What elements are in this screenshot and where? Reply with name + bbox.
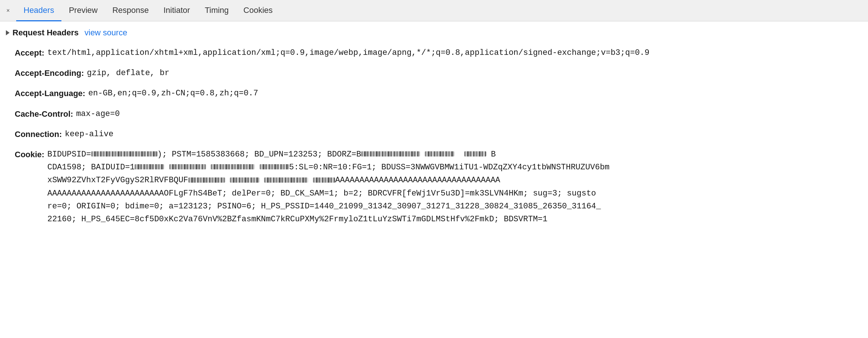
close-button[interactable]: × — [3, 6, 13, 16]
redacted-baiduid2 — [169, 164, 206, 169]
table-row: Accept: text/html,application/xhtml+xml,… — [15, 43, 856, 63]
redacted-bdorz — [361, 151, 420, 156]
tab-timing[interactable]: Timing — [198, 0, 236, 21]
table-row: Cookie: BIDUPSID=); PSTM=1585383668; BD_… — [15, 144, 856, 229]
redacted-bdorz2 — [425, 151, 454, 156]
header-value-connection: keep-alive — [65, 128, 856, 141]
tab-response[interactable]: Response — [105, 0, 156, 21]
header-name-accept-language: Accept-Language: — [15, 87, 85, 100]
redacted-bdorz3 — [464, 151, 486, 156]
devtools-panel: × Headers Preview Response Initiator Tim… — [0, 0, 868, 338]
redacted-bduss4 — [313, 177, 335, 183]
header-value-accept: text/html,application/xhtml+xml,applicat… — [47, 46, 856, 59]
content-area: Request Headers view source Accept: text… — [0, 21, 868, 338]
header-name-cookie: Cookie: — [15, 148, 45, 226]
redacted-bduss2 — [230, 177, 259, 183]
table-row: Accept-Language: en-GB,en;q=0.9,zh-CN;q=… — [15, 83, 856, 103]
redacted-bduss1 — [188, 177, 225, 183]
redacted-baiduid4 — [260, 164, 289, 169]
table-row: Connection: keep-alive — [15, 124, 856, 144]
collapse-triangle-icon — [6, 30, 10, 35]
request-headers-section-header: Request Headers view source — [0, 21, 868, 43]
redacted-bidupsid — [91, 151, 157, 156]
tab-preview[interactable]: Preview — [61, 0, 105, 21]
view-source-link[interactable]: view source — [85, 28, 127, 38]
section-toggle[interactable]: Request Headers — [6, 28, 79, 38]
redacted-baiduid3 — [211, 164, 255, 169]
tab-cookies[interactable]: Cookies — [236, 0, 280, 21]
header-name-accept: Accept: — [15, 46, 45, 59]
table-row: Cache-Control: max-age=0 — [15, 104, 856, 124]
redacted-bduss3 — [264, 177, 308, 183]
redacted-baiduid — [135, 164, 164, 169]
header-name-accept-encoding: Accept-Encoding: — [15, 67, 84, 80]
header-name-connection: Connection: — [15, 128, 62, 141]
header-value-accept-encoding: gzip, deflate, br — [87, 67, 856, 80]
header-value-accept-language: en-GB,en;q=0.9,zh-CN;q=0.8,zh;q=0.7 — [88, 87, 856, 100]
header-value-cookie: BIDUPSID=); PSTM=1585383668; BD_UPN=1232… — [47, 148, 610, 226]
tab-headers[interactable]: Headers — [16, 0, 61, 21]
header-value-cache-control: max-age=0 — [76, 108, 856, 120]
table-row: Accept-Encoding: gzip, deflate, br — [15, 63, 856, 83]
tab-bar: × Headers Preview Response Initiator Tim… — [0, 0, 868, 21]
headers-list: Accept: text/html,application/xhtml+xml,… — [0, 43, 868, 237]
tab-initiator[interactable]: Initiator — [156, 0, 197, 21]
header-name-cache-control: Cache-Control: — [15, 108, 73, 120]
section-title: Request Headers — [13, 28, 79, 38]
